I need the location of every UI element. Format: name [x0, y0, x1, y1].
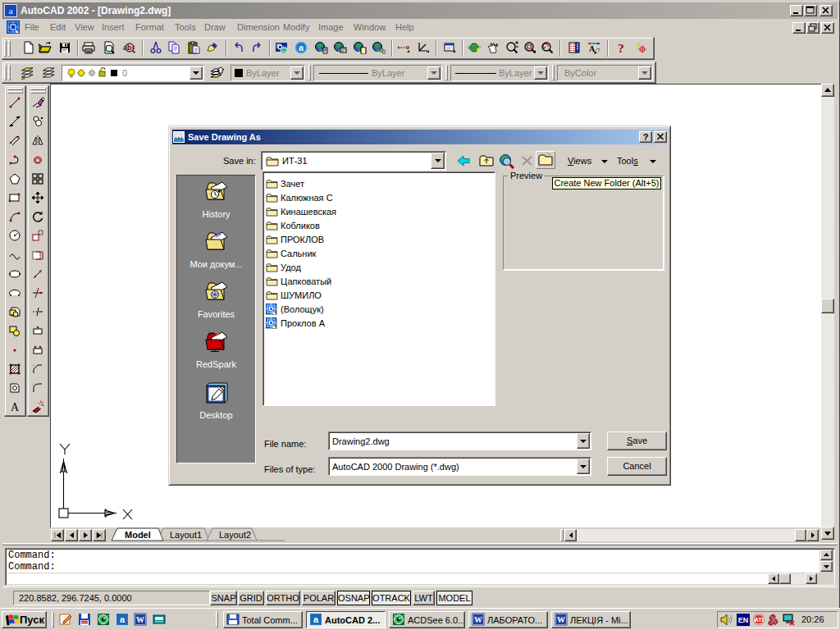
svg-text:a: a — [8, 6, 13, 16]
svg-text:?: ? — [618, 42, 624, 54]
svg-text:a: a — [299, 43, 304, 52]
svg-text:W: W — [557, 615, 565, 624]
svg-text:ATI: ATI — [755, 617, 764, 623]
svg-text:a: a — [313, 614, 319, 624]
svg-text:Layout1: Layout1 — [170, 530, 202, 540]
svg-text:Model: Model — [125, 530, 151, 540]
svg-text:A: A — [11, 401, 20, 413]
svg-text:ab: ab — [123, 43, 132, 52]
svg-text:a: a — [120, 614, 126, 624]
svg-text:EN: EN — [738, 616, 749, 624]
svg-text:c: c — [132, 44, 135, 50]
svg-text:W: W — [136, 615, 144, 624]
svg-text:Layout2: Layout2 — [219, 530, 251, 540]
svg-text:W: W — [474, 615, 482, 624]
